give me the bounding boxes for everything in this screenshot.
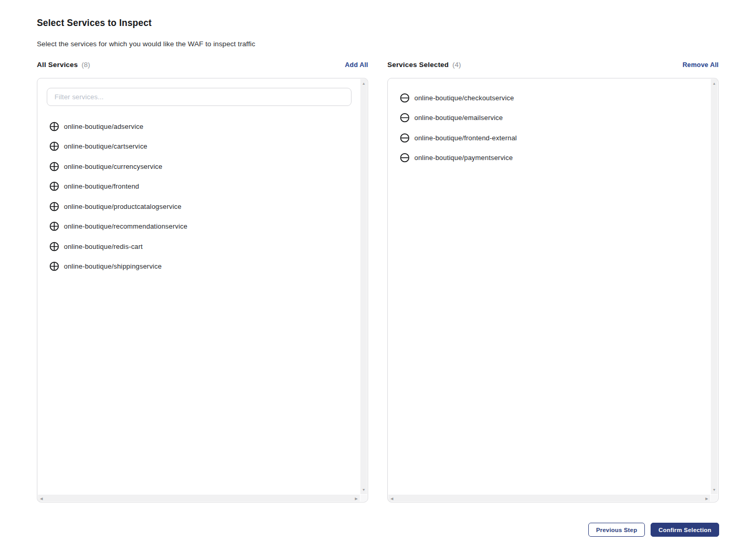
filter-services-input[interactable] <box>47 88 352 106</box>
selected-services-header: Services Selected (4) Remove All <box>387 61 719 71</box>
scroll-down-icon[interactable]: ▼ <box>712 488 716 492</box>
remove-service-icon[interactable] <box>400 113 410 123</box>
service-name: online-boutique/frontend <box>64 182 139 190</box>
service-name: online-boutique/currencyservice <box>64 163 163 170</box>
selected-services-count: (4) <box>452 61 461 69</box>
horizontal-scrollbar[interactable]: ◀ ▶ <box>388 495 710 501</box>
all-services-column: All Services (8) Add All <box>37 61 368 502</box>
service-row[interactable]: online-boutique/paymentservice <box>388 148 711 168</box>
add-service-icon[interactable] <box>49 141 59 151</box>
add-service-icon[interactable] <box>49 202 59 211</box>
service-name: online-boutique/checkoutservice <box>414 94 514 102</box>
remove-all-link[interactable]: Remove All <box>682 61 719 69</box>
service-name: online-boutique/frontend-external <box>414 134 517 142</box>
service-row[interactable]: online-boutique/productcatalogservice <box>37 196 360 217</box>
all-services-header: All Services (8) Add All <box>37 61 368 71</box>
service-row[interactable]: online-boutique/frontend-external <box>388 128 711 148</box>
add-all-link[interactable]: Add All <box>345 61 368 69</box>
transfer-list: All Services (8) Add All <box>37 61 719 502</box>
service-name: online-boutique/paymentservice <box>414 154 513 162</box>
page-title: Select Services to Inspect <box>37 18 719 29</box>
scroll-left-icon[interactable]: ◀ <box>390 496 393 500</box>
scroll-up-icon[interactable]: ▲ <box>712 82 716 85</box>
service-row[interactable]: online-boutique/recommendationservice <box>37 217 360 237</box>
page: Select Services to Inspect Select the se… <box>0 0 756 537</box>
service-row[interactable]: online-boutique/redis-cart <box>37 236 360 257</box>
previous-step-button[interactable]: Previous Step <box>588 523 645 537</box>
selected-services-column: Services Selected (4) Remove All <box>387 61 719 502</box>
add-service-icon[interactable] <box>49 181 59 191</box>
horizontal-scrollbar[interactable]: ◀ ▶ <box>38 495 360 501</box>
scroll-up-icon[interactable]: ▲ <box>362 82 366 85</box>
vertical-scrollbar[interactable]: ▲ ▼ <box>711 79 718 494</box>
selected-services-label: Services Selected <box>387 61 449 69</box>
service-name: online-boutique/adservice <box>64 123 143 130</box>
service-row[interactable]: online-boutique/shippingservice <box>37 257 360 277</box>
service-name: online-boutique/cartservice <box>64 142 147 150</box>
scroll-left-icon[interactable]: ◀ <box>40 496 43 500</box>
page-subtitle: Select the services for which you would … <box>37 40 719 48</box>
remove-service-icon[interactable] <box>400 133 410 143</box>
all-services-count: (8) <box>82 61 90 69</box>
service-name: online-boutique/productcatalogservice <box>64 203 181 210</box>
service-name: online-boutique/recommendationservice <box>64 222 187 230</box>
service-row[interactable]: online-boutique/emailservice <box>388 108 711 128</box>
service-row[interactable]: online-boutique/cartservice <box>37 137 360 157</box>
scroll-down-icon[interactable]: ▼ <box>362 488 366 492</box>
footer-actions: Previous Step Confirm Selection <box>37 523 719 537</box>
add-service-icon[interactable] <box>49 242 59 251</box>
service-row[interactable]: online-boutique/currencyservice <box>37 156 360 177</box>
scroll-right-icon[interactable]: ▶ <box>355 496 358 500</box>
all-services-panel-content: online-boutique/adservice o <box>37 78 360 495</box>
all-services-list: online-boutique/adservice o <box>37 116 360 276</box>
add-service-icon[interactable] <box>49 261 59 271</box>
all-services-panel: online-boutique/adservice o <box>37 78 368 502</box>
add-service-icon[interactable] <box>49 221 59 231</box>
selected-services-panel: online-boutique/checkoutservice <box>387 78 719 502</box>
scrollbar-corner <box>711 495 718 501</box>
all-services-label: All Services <box>37 61 78 69</box>
add-service-icon[interactable] <box>49 122 59 131</box>
scrollbar-corner <box>360 495 367 501</box>
selected-services-panel-content: online-boutique/checkoutservice <box>388 78 711 495</box>
service-row[interactable]: online-boutique/checkoutservice <box>388 88 711 108</box>
confirm-selection-button[interactable]: Confirm Selection <box>651 523 719 537</box>
selected-services-list: online-boutique/checkoutservice <box>388 88 711 168</box>
remove-service-icon[interactable] <box>400 153 410 163</box>
service-row[interactable]: online-boutique/frontend <box>37 177 360 197</box>
service-name: online-boutique/redis-cart <box>64 243 143 250</box>
add-service-icon[interactable] <box>49 162 59 171</box>
service-row[interactable]: online-boutique/adservice <box>37 116 360 137</box>
service-name: online-boutique/emailservice <box>414 114 503 122</box>
scroll-right-icon[interactable]: ▶ <box>706 496 708 500</box>
remove-service-icon[interactable] <box>400 93 410 103</box>
vertical-scrollbar[interactable]: ▲ ▼ <box>360 79 367 494</box>
service-name: online-boutique/shippingservice <box>64 262 161 270</box>
